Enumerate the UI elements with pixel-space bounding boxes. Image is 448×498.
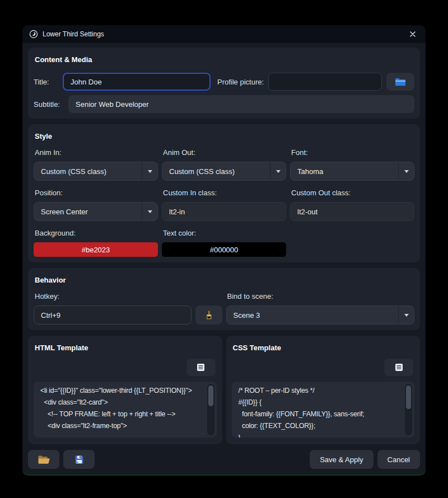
clear-hotkey-button[interactable] xyxy=(195,306,222,325)
save-file-button[interactable] xyxy=(63,450,95,469)
hotkey-field: Hotkey: xyxy=(34,284,222,325)
close-button[interactable] xyxy=(407,29,419,39)
style-grid: Anim In: Custom (CSS class) Anim Out: Cu… xyxy=(34,140,414,257)
document-lines-icon xyxy=(395,363,403,372)
document-lines-icon xyxy=(197,363,205,372)
style-section: Style Anim In: Custom (CSS class) Anim O… xyxy=(28,124,420,262)
text-color-field: Text color: #000000 xyxy=(162,221,286,257)
custom-out-field: Custom Out class: xyxy=(290,181,414,221)
window-title: Lower Third Settings xyxy=(43,30,104,38)
css-template-section: CSS Template xyxy=(226,336,421,444)
open-folder-icon xyxy=(38,455,50,464)
font-label: Font: xyxy=(291,148,413,157)
scrollbar-thumb[interactable] xyxy=(406,386,411,409)
folder-icon xyxy=(395,78,406,86)
lower-third-settings-dialog: Lower Third Settings Content & Media Tit… xyxy=(22,25,426,474)
chevron-down-icon xyxy=(142,162,157,180)
title-row: Title: Profile picture: xyxy=(34,73,414,91)
titlebar[interactable]: Lower Third Settings xyxy=(22,25,426,43)
position-field: Position: Screen Center xyxy=(34,181,158,221)
close-icon xyxy=(409,31,417,40)
behavior-section: Behavior Hotkey: xyxy=(28,268,420,330)
chevron-down-icon xyxy=(398,306,414,324)
style-grid-empty-cell xyxy=(290,221,414,257)
dialog-body: Content & Media Title: Profile picture: xyxy=(22,43,426,474)
anim-in-label: Anim In: xyxy=(35,148,157,157)
anim-out-value: Custom (CSS class) xyxy=(162,167,270,176)
scrollbar-thumb[interactable] xyxy=(208,386,213,406)
browse-profile-button[interactable] xyxy=(386,73,414,91)
position-select[interactable]: Screen Center xyxy=(34,202,158,221)
custom-out-label: Custom Out class: xyxy=(291,189,413,197)
save-apply-button[interactable]: Save & Apply xyxy=(310,450,373,469)
css-code-area: /* ROOT – per-ID styles */ #{{ID}} { fon… xyxy=(232,382,415,438)
chevron-down-icon xyxy=(398,162,414,180)
css-template-menu-button[interactable] xyxy=(384,359,413,376)
title-input[interactable] xyxy=(63,73,211,91)
anim-in-select[interactable]: Custom (CSS class) xyxy=(34,162,158,181)
anim-in-field: Anim In: Custom (CSS class) xyxy=(34,140,158,181)
custom-in-class-input[interactable] xyxy=(162,202,286,221)
chevron-down-icon xyxy=(270,162,286,180)
bind-scene-field: Bind to scene: Scene 3 xyxy=(226,284,415,325)
html-template-toolbar xyxy=(35,359,216,376)
font-value: Tahoma xyxy=(291,167,398,176)
anim-out-field: Anim Out: Custom (CSS class) xyxy=(162,140,286,181)
obs-logo-icon xyxy=(29,30,38,39)
content-media-section: Content & Media Title: Profile picture: xyxy=(28,48,420,119)
floppy-disk-icon xyxy=(74,455,84,464)
position-value: Screen Center xyxy=(34,208,142,216)
behavior-title: Behavior xyxy=(35,276,413,284)
subtitle-row: Subtitle: xyxy=(34,95,414,113)
open-file-button[interactable] xyxy=(28,450,59,469)
html-code-area: <li id="{{ID}}" class="lower-third {{LT_… xyxy=(34,382,217,438)
custom-out-class-input[interactable] xyxy=(290,202,414,221)
bind-scene-value: Scene 3 xyxy=(227,311,399,320)
css-template-toolbar xyxy=(233,359,414,376)
font-field: Font: Tahoma xyxy=(290,140,414,181)
html-template-menu-button[interactable] xyxy=(186,359,216,376)
footer: Save & Apply Cancel xyxy=(28,450,420,469)
html-template-section: HTML Template xyxy=(28,336,222,444)
background-label: Background: xyxy=(35,229,157,237)
content-media-title: Content & Media xyxy=(35,55,413,64)
background-color-swatch[interactable]: #be2023 xyxy=(34,242,158,257)
cancel-button[interactable]: Cancel xyxy=(377,450,420,469)
html-template-title: HTML Template xyxy=(35,344,216,352)
bind-scene-label: Bind to scene: xyxy=(227,292,414,300)
hotkey-input[interactable] xyxy=(34,306,192,325)
hotkey-label: Hotkey: xyxy=(35,292,221,300)
html-template-editor[interactable]: <li id="{{ID}}" class="lower-third {{LT_… xyxy=(34,382,217,438)
anim-out-label: Anim Out: xyxy=(163,148,285,157)
anim-in-value: Custom (CSS class) xyxy=(34,167,142,176)
screen-background: Lower Third Settings Content & Media Tit… xyxy=(0,0,448,498)
html-editor-scrollbar[interactable] xyxy=(207,384,214,435)
text-color-swatch[interactable]: #000000 xyxy=(162,242,286,257)
background-field: Background: #be2023 xyxy=(34,221,158,257)
css-template-title: CSS Template xyxy=(233,344,414,352)
font-select[interactable]: Tahoma xyxy=(290,162,414,181)
behavior-grid: Hotkey: xyxy=(34,284,414,325)
custom-in-label: Custom In class: xyxy=(163,189,285,197)
text-color-label: Text color: xyxy=(163,229,285,237)
anim-out-select[interactable]: Custom (CSS class) xyxy=(162,162,286,181)
brush-icon xyxy=(205,311,213,320)
templates-row: HTML Template xyxy=(28,336,420,444)
custom-in-field: Custom In class: xyxy=(162,181,286,221)
css-template-editor[interactable]: /* ROOT – per-ID styles */ #{{ID}} { fon… xyxy=(232,382,415,438)
position-label: Position: xyxy=(35,189,157,197)
style-title: Style xyxy=(35,132,413,140)
css-editor-scrollbar[interactable] xyxy=(405,384,412,435)
profile-picture-input[interactable] xyxy=(268,73,382,91)
chevron-down-icon xyxy=(142,203,157,220)
subtitle-input[interactable] xyxy=(68,95,414,113)
title-label: Title: xyxy=(34,78,63,86)
profile-picture-label: Profile picture: xyxy=(217,78,264,86)
bind-scene-select[interactable]: Scene 3 xyxy=(226,306,415,325)
subtitle-label: Subtitle: xyxy=(34,100,68,109)
